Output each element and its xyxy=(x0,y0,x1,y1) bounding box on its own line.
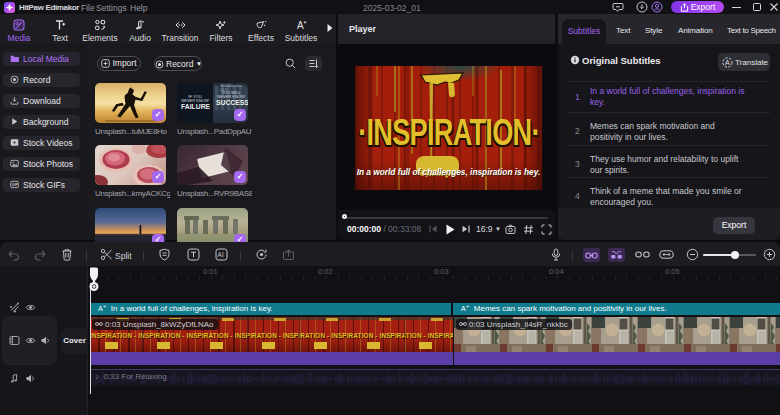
svg-text:GIF: GIF xyxy=(12,183,19,187)
svg-text:A: A xyxy=(297,20,304,31)
svg-text:AI: AI xyxy=(217,251,223,258)
svg-text:A: A xyxy=(725,59,730,66)
